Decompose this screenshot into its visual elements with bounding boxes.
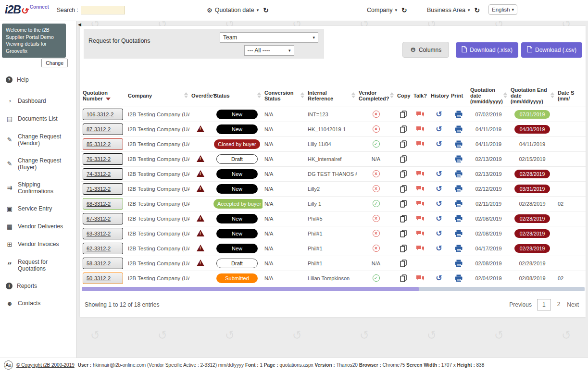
refresh-icon[interactable]: ↻ [401, 6, 407, 14]
team-select[interactable]: Team ▾ [220, 32, 318, 43]
history-icon[interactable]: ↺ [436, 274, 442, 282]
copy-icon[interactable] [400, 245, 407, 252]
print-icon[interactable] [455, 230, 463, 237]
copy-icon[interactable] [400, 260, 407, 267]
history-icon[interactable]: ↺ [436, 140, 442, 148]
quotation-number-link[interactable]: 58-3312-2 [83, 258, 123, 269]
columns-button[interactable]: ⚙ Columns [402, 42, 449, 58]
sidebar-item-shipping-confirmations[interactable]: ⇉Shipping Confirmations [0, 176, 76, 200]
print-icon[interactable] [455, 185, 463, 192]
download-xlsx-button[interactable]: Download (.xlsx) [456, 42, 518, 58]
sidebar-item-documents-list[interactable]: ▤Documents List [0, 110, 76, 128]
copy-icon[interactable] [400, 111, 407, 118]
company-filter[interactable]: Company ▾ ↻ [367, 6, 407, 14]
print-icon[interactable] [455, 215, 463, 222]
print-icon[interactable] [455, 200, 463, 207]
business-area-filter[interactable]: Business Area ▾ ↻ [427, 6, 480, 14]
page-number-1[interactable]: 1 [537, 299, 551, 310]
history-icon[interactable]: ↺ [436, 185, 442, 193]
column-header-internal-reference[interactable]: Internal Reference [306, 85, 357, 107]
column-header-quotation-date[interactable]: Quotation date(mm/dd/yyyy) [468, 85, 509, 107]
talk-icon[interactable] [416, 245, 425, 251]
copy-icon[interactable] [400, 140, 407, 148]
download-csv-button[interactable]: Download (.csv) [521, 42, 582, 58]
language-select[interactable]: English ▾ [488, 4, 517, 15]
copy-icon[interactable] [400, 274, 407, 282]
search-input[interactable] [81, 6, 125, 14]
copy-icon[interactable] [400, 230, 407, 237]
sidebar-item-request-for-quotations[interactable]: ”Request for Quotations [0, 253, 76, 277]
talk-icon[interactable] [416, 140, 425, 147]
talk-icon[interactable] [416, 111, 425, 117]
history-icon[interactable]: ↺ [436, 170, 442, 178]
copy-icon[interactable] [400, 215, 407, 223]
scrollbar-thumb[interactable] [82, 287, 419, 291]
history-icon[interactable]: ↺ [436, 229, 442, 237]
quotation-number-link[interactable]: 106-3312-2 [83, 109, 123, 120]
copyright-link[interactable]: © Copyright i2B 2000-2019 [16, 362, 75, 368]
copy-icon[interactable] [400, 155, 407, 163]
quotation-number-link[interactable]: 62-3312-2 [83, 243, 123, 254]
print-icon[interactable] [455, 125, 463, 133]
scope-select[interactable]: --- All ---- ▾ [244, 45, 294, 56]
column-header-quotation-number[interactable]: Quotation Number [81, 85, 126, 107]
quotation-date-filter[interactable]: ⚙ Quotation date ▾ ↻ [207, 6, 269, 14]
talk-icon[interactable] [416, 200, 425, 207]
column-header-overdue[interactable]: Overdue? [189, 85, 212, 107]
print-icon[interactable] [455, 170, 463, 177]
quotation-number-link[interactable]: 71-3312-2 [83, 183, 123, 195]
column-header-company[interactable]: Company [126, 85, 189, 107]
quotation-number-link[interactable]: 68-3312-2 [83, 198, 123, 210]
history-icon[interactable]: ↺ [436, 199, 442, 208]
next-page-button[interactable]: Next [567, 301, 579, 308]
font-size-badge[interactable]: Aa [4, 360, 13, 370]
print-icon[interactable] [455, 111, 463, 118]
quotation-number-link[interactable]: 85-3312-2 [83, 138, 123, 150]
quotation-number-link[interactable]: 50-3312-2 [83, 273, 123, 284]
column-header-status[interactable]: Status [212, 85, 263, 107]
print-icon[interactable] [455, 155, 463, 162]
talk-icon[interactable] [416, 125, 425, 132]
copy-icon[interactable] [400, 185, 407, 193]
talk-icon[interactable] [416, 230, 425, 236]
horizontal-scrollbar[interactable] [82, 287, 585, 291]
print-icon[interactable] [455, 274, 463, 282]
sidebar-item-service-entry[interactable]: ▣Service Entry [0, 200, 76, 218]
talk-icon[interactable] [416, 215, 425, 222]
sidebar-item-change-request-vendor[interactable]: ✎Change Request (Vendor) [0, 128, 76, 152]
sidebar-item-vendor-invoices[interactable]: ⊞Vendor Invoices [0, 236, 76, 253]
quotation-number-link[interactable]: 74-3312-2 [83, 168, 123, 180]
column-header-conversion-status[interactable]: Conversion Status [263, 85, 306, 107]
refresh-icon[interactable]: ↻ [263, 6, 269, 14]
print-icon[interactable] [455, 260, 463, 267]
quotation-number-link[interactable]: 87-3312-2 [83, 124, 123, 135]
quotation-number-link[interactable]: 63-3312-2 [83, 228, 123, 239]
copy-icon[interactable] [400, 200, 407, 208]
sidebar-item-help[interactable]: ?Help [0, 71, 76, 88]
quotation-number-link[interactable]: 67-3312-2 [83, 213, 123, 224]
change-company-button[interactable]: Change [41, 59, 68, 67]
app-logo[interactable]: i2B ↺ Connect [5, 3, 49, 16]
sidebar-item-dashboard[interactable]: ◔Dashboard [0, 92, 76, 110]
sidebar-item-contacts[interactable]: ☻Contacts [0, 295, 76, 312]
refresh-icon[interactable]: ↻ [474, 6, 480, 14]
sidebar-item-change-request-buyer[interactable]: ✎Change Request (Buyer) [0, 152, 76, 176]
talk-icon[interactable] [416, 275, 425, 282]
copy-icon[interactable] [400, 170, 407, 178]
talk-icon[interactable] [416, 170, 425, 177]
page-number-2[interactable]: 2 [556, 299, 562, 310]
column-header-vendor-completed[interactable]: Vendor Completed? [357, 85, 395, 107]
quotation-number-link[interactable]: 76-3312-2 [83, 153, 123, 165]
sidebar-item-reports[interactable]: iReports [0, 277, 76, 295]
copy-icon[interactable] [400, 125, 407, 133]
print-icon[interactable] [455, 245, 463, 252]
sidebar-item-vendor-deliveries[interactable]: ▦Vendor Deliveries [0, 218, 76, 236]
sidebar-collapse-icon[interactable]: ◀ [78, 22, 81, 27]
column-header-quotation-end-date[interactable]: Quotation End date(mm/dd/yyyy) [509, 85, 556, 107]
history-icon[interactable]: ↺ [436, 214, 442, 223]
previous-page-button[interactable]: Previous [509, 301, 532, 308]
history-icon[interactable]: ↺ [436, 244, 442, 252]
talk-icon[interactable] [416, 185, 425, 192]
history-icon[interactable]: ↺ [436, 125, 442, 133]
print-icon[interactable] [455, 140, 463, 148]
